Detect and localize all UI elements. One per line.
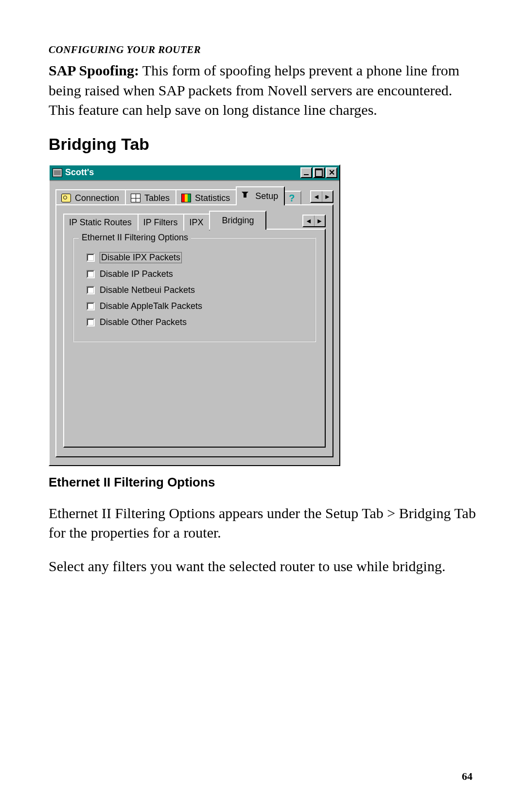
ethernet-filtering-paragraph-1: Ethernet II Filtering Options appears un…	[49, 504, 476, 543]
statistics-icon	[181, 194, 191, 202]
tab-ip-static-routes-label: IP Static Routes	[69, 217, 132, 228]
ethernet-filtering-group: Ethernet II Filtering Options Disable IP…	[73, 237, 316, 342]
tab-ipx-label: IPX	[189, 217, 203, 228]
checkbox-disable-ip[interactable]: Disable IP Packets	[87, 269, 306, 279]
tab-ip-filters-label: IP Filters	[143, 217, 178, 228]
checkbox-icon[interactable]	[87, 318, 95, 326]
checkbox-disable-netbeui[interactable]: Disable Netbeui Packets	[87, 285, 306, 295]
sub-tab-scroll: ◄ ►	[302, 215, 326, 227]
checkbox-disable-other[interactable]: Disable Other Packets	[87, 317, 306, 327]
tab-ip-static-routes[interactable]: IP Static Routes	[63, 214, 139, 231]
checkbox-disable-ip-label: Disable IP Packets	[100, 269, 173, 279]
setup-icon	[242, 192, 251, 200]
system-menu-icon[interactable]	[52, 168, 62, 177]
tab-ipx[interactable]: IPX	[183, 214, 210, 231]
tab-scroll-right[interactable]: ►	[322, 191, 332, 202]
sap-spoofing-paragraph: SAP Spoofing: This form of spoofing help…	[49, 61, 476, 120]
checkbox-icon[interactable]	[87, 302, 95, 310]
checkbox-icon[interactable]	[87, 286, 95, 294]
checkbox-icon[interactable]	[87, 253, 95, 262]
bridging-tab-panel: Ethernet II Filtering Options Disable IP…	[63, 229, 326, 448]
tab-tables[interactable]: Tables	[125, 189, 176, 206]
tab-connection[interactable]: Connection	[55, 189, 126, 206]
manual-page: CONFIGURING YOUR ROUTER SAP Spoofing: Th…	[0, 0, 525, 812]
checkbox-disable-netbeui-label: Disable Netbeui Packets	[100, 285, 195, 295]
checkbox-icon[interactable]	[87, 270, 95, 278]
checkbox-disable-other-label: Disable Other Packets	[100, 317, 187, 327]
tab-setup[interactable]: Setup	[236, 186, 285, 205]
tab-ip-filters[interactable]: IP Filters	[138, 214, 185, 231]
window-client-area: Connection Tables Statistics Setup	[50, 180, 339, 465]
titlebar[interactable]: Scott's	[50, 165, 339, 180]
close-button[interactable]	[326, 167, 337, 178]
checkbox-disable-ipx[interactable]: Disable IPX Packets	[87, 252, 306, 263]
running-head: CONFIGURING YOUR ROUTER	[49, 44, 476, 56]
modem-icon	[61, 194, 71, 202]
tab-connection-label: Connection	[75, 193, 119, 203]
tables-icon	[131, 194, 140, 202]
ethernet-filtering-heading: Ethernet II Filtering Options	[49, 475, 476, 490]
minimize-button[interactable]	[300, 167, 312, 178]
bridging-tab-heading: Bridging Tab	[49, 135, 476, 154]
maximize-button[interactable]	[313, 167, 325, 178]
tab-scroll-left[interactable]: ◄	[311, 191, 322, 202]
main-tabstrip: Connection Tables Statistics Setup	[55, 188, 333, 205]
checkbox-disable-ipx-label: Disable IPX Packets	[100, 252, 182, 263]
ethernet-filtering-paragraph-2: Select any filters you want the selected…	[49, 557, 476, 577]
setup-tab-panel: IP Static Routes IP Filters IPX Bridging…	[55, 204, 333, 457]
main-tab-scroll: ◄ ►	[310, 190, 333, 203]
router-properties-window: Scott's Connection Tables	[49, 164, 340, 466]
window-title: Scott's	[65, 167, 298, 178]
tab-statistics[interactable]: Statistics	[175, 189, 237, 206]
sub-tab-scroll-left[interactable]: ◄	[303, 216, 314, 226]
checkbox-disable-appletalk[interactable]: Disable AppleTalk Packets	[87, 301, 306, 311]
ethernet-filtering-legend: Ethernet II Filtering Options	[79, 233, 191, 243]
tab-setup-label: Setup	[255, 191, 278, 201]
sub-tab-scroll-right[interactable]: ►	[314, 216, 325, 226]
tab-statistics-label: Statistics	[195, 193, 230, 203]
page-number: 64	[462, 770, 472, 783]
checkbox-disable-appletalk-label: Disable AppleTalk Packets	[100, 301, 202, 311]
sub-tabstrip: IP Static Routes IP Filters IPX Bridging…	[63, 212, 326, 230]
help-icon	[288, 195, 298, 203]
tab-tables-label: Tables	[144, 193, 170, 203]
sap-spoofing-label: SAP Spoofing:	[49, 62, 139, 78]
tab-bridging-label: Bridging	[222, 216, 254, 226]
tab-bridging[interactable]: Bridging	[209, 211, 266, 230]
